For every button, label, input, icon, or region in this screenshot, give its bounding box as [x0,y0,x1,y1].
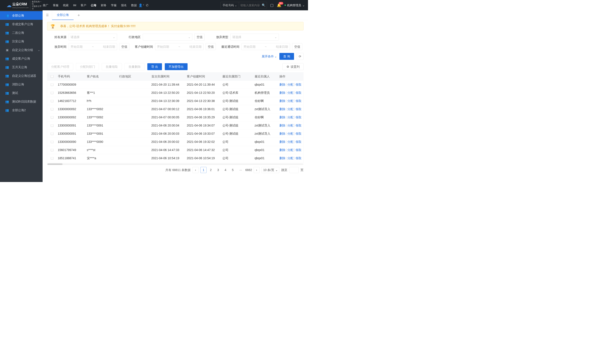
empty-button-region[interactable]: 空值 [194,34,205,40]
row-checkbox[interactable] [51,91,53,94]
delete-link[interactable]: 删除 [279,132,285,136]
add-tab-button[interactable]: ＋ [74,10,84,20]
delete-link[interactable]: 删除 [279,99,285,103]
sidebar-item-7[interactable]: 👥自定义公海过滤器 [0,71,43,80]
delete-link[interactable]: 删除 [279,123,285,128]
jump-page-input[interactable] [289,167,298,173]
select-friend-source[interactable]: 请选择⌄ [69,34,117,40]
next-page-button[interactable]: › [254,167,260,173]
sidebar-item-11[interactable]: 👥全部公海2 [0,106,43,115]
empty-button-create-time[interactable]: 空值 [206,43,216,50]
delete-link[interactable]: 删除 [279,107,285,111]
export-plain-button[interactable]: 不加密导出 [165,63,188,70]
phone-icon[interactable]: ✆ [146,3,149,7]
row-checkbox[interactable] [51,124,53,127]
claim-link[interactable]: 领取 [295,83,302,87]
nav-item-4[interactable]: 客户 [80,0,87,10]
nav-item-3[interactable]: IM [73,0,76,10]
prev-page-button[interactable]: ‹ [192,167,199,173]
assign-link[interactable]: 分配 [287,107,293,111]
page-number-4[interactable]: 4 [222,167,228,173]
search-input[interactable] [240,3,262,7]
claim-link[interactable]: 领取 [295,140,302,144]
sidebar-item-2[interactable]: 👥二咨公海 [0,28,43,37]
nav-item-2[interactable]: 线索 [63,0,69,10]
nav-item-0[interactable]: 推广 [43,0,49,10]
sidebar-item-10[interactable]: 👥测试昨日回库数据 [0,97,43,106]
assign-link[interactable]: 分配 [287,132,293,136]
nav-item-1[interactable]: 客服 [53,0,59,10]
delete-link[interactable]: 删除 [279,91,285,95]
select-region[interactable]: ⌄ [143,34,192,40]
claim-link[interactable]: 领取 [295,132,302,136]
set-columns-button[interactable]: ⚙设置列 [283,63,304,70]
delete-link[interactable]: 删除 [279,156,285,160]
row-checkbox[interactable] [51,141,53,143]
row-checkbox[interactable] [51,132,53,135]
mobile-icon[interactable]: ▢ [270,3,274,7]
query-button[interactable]: 查 询 [279,53,294,60]
nav-item-5[interactable]: 公海 [90,0,97,10]
daterange-lastcall[interactable]: 开始日期~结束日期 [242,43,290,50]
tab-active[interactable]: 全部公海 [52,10,74,20]
row-checkbox[interactable] [51,100,53,102]
delete-link[interactable]: 删除 [279,115,285,119]
user-menu[interactable]: 机构管理员 ⌄ [284,3,305,7]
row-checkbox[interactable] [51,83,53,86]
horizontal-scrollbar[interactable] [48,164,303,165]
assign-link[interactable]: 分配 [287,83,293,87]
batch-delete-button[interactable]: 批量删除 [125,63,144,70]
expand-filters-link[interactable]: 展开条件 ⌄ [262,54,277,59]
add-user-icon[interactable]: 👤⁺ [139,3,144,7]
assign-link[interactable]: 分配 [287,156,293,160]
bell-icon[interactable]: 🔔99+ [277,3,281,7]
sidebar-item-0[interactable]: 👥全部公海 [0,11,43,20]
row-checkbox[interactable] [51,157,53,159]
claim-link[interactable]: 领取 [295,148,302,152]
export-button[interactable]: 导 出 [147,63,162,70]
empty-button-lastcall[interactable]: 空值 [292,43,302,50]
delete-link[interactable]: 删除 [279,140,285,144]
page-ellipsis[interactable]: ··· [238,167,244,173]
assign-dept-button[interactable]: 分配到部门 [76,63,99,70]
refresh-button[interactable]: ⟳ [297,53,304,60]
select-all-checkbox[interactable] [51,75,53,78]
nav-item-8[interactable]: 报名 [121,0,127,10]
row-checkbox[interactable] [51,108,53,110]
delete-link[interactable]: 删除 [279,83,285,87]
search-type-select[interactable]: 手机号码⌄ [221,2,239,8]
sidebar-item-5[interactable]: 👥成交客户公海 [0,54,43,63]
claim-link[interactable]: 领取 [295,107,302,111]
sidebar-item-6[interactable]: 👥五月天公海 [0,63,43,71]
daterange-abandon[interactable]: 开始日期~结束日期 [69,43,117,50]
page-number-2[interactable]: 2 [208,167,214,173]
page-number-3[interactable]: 3 [215,167,221,173]
row-checkbox[interactable] [51,116,53,118]
assign-link[interactable]: 分配 [287,99,293,103]
sidebar-item-1[interactable]: 👥非成交客户公海 [0,20,43,28]
nav-item-9[interactable]: 数据 [131,0,137,10]
batch-claim-button[interactable]: 批量领取 [102,63,122,70]
select-abandon-type[interactable]: 请选择⌄ [230,34,279,40]
sidebar-item-8[interactable]: 👥消防公海 [0,80,43,89]
assign-link[interactable]: 分配 [287,91,293,95]
claim-link[interactable]: 领取 [295,156,302,160]
search-icon[interactable]: 🔍 [262,3,266,7]
scrollbar-thumb[interactable] [48,164,63,165]
assign-link[interactable]: 分配 [287,140,293,144]
claim-link[interactable]: 领取 [295,91,302,95]
claim-link[interactable]: 领取 [295,123,302,128]
collapse-tabs-icon[interactable]: ☰ [43,10,52,20]
sidebar-item-4[interactable]: ▣自定义公海分组⌄ [0,46,43,54]
assign-link[interactable]: 分配 [287,148,293,152]
page-number-1[interactable]: 1 [200,167,206,173]
delete-link[interactable]: 删除 [279,148,285,152]
assign-link[interactable]: 分配 [287,123,293,128]
claim-link[interactable]: 领取 [295,115,302,119]
empty-button-abandon-time[interactable]: 空值 [119,43,129,50]
assign-manager-button[interactable]: 分配客户经理 [47,63,73,70]
last-page-button[interactable]: 6882 [246,167,252,173]
claim-link[interactable]: 领取 [295,99,302,103]
daterange-create[interactable]: 开始日期~结束日期 [155,43,204,50]
row-checkbox[interactable] [51,149,53,151]
